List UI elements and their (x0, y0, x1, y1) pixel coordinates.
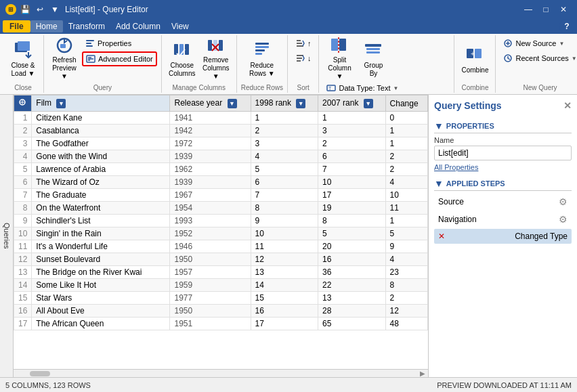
rank2007-cell: 17 (318, 189, 385, 202)
group-by-button[interactable]: GroupBy (357, 37, 389, 80)
new-source-dropdown: ▼ (559, 41, 564, 47)
rank1998-cell: 1 (251, 112, 318, 125)
recent-sources-dropdown: ▼ (572, 56, 577, 62)
release-year-cell: 1977 (170, 292, 251, 305)
svg-rect-23 (255, 53, 262, 55)
refresh-preview-button[interactable]: RefreshPreview ▼ (48, 37, 81, 80)
svg-rect-5 (86, 40, 94, 41)
choose-columns-button[interactable]: ChooseColumns (166, 37, 198, 80)
release-year-cell: 1951 (170, 318, 251, 330)
svg-rect-35 (366, 51, 380, 53)
step-x-icon[interactable]: ✕ (438, 232, 445, 241)
properties-collapse-icon[interactable]: ▼ (434, 121, 444, 131)
sort-desc-label: ↓ (307, 54, 312, 62)
change-cell: 23 (385, 266, 427, 279)
row-num-cell: 4 (14, 150, 32, 163)
query-settings-title: Query Settings ✕ (434, 100, 572, 111)
close-button[interactable]: ✕ (555, 3, 572, 16)
menu-file[interactable]: File (3, 20, 30, 32)
maximize-button[interactable]: □ (538, 3, 554, 16)
svg-rect-1 (18, 41, 30, 51)
table-row: 13 The Bridge on the River Kwai 1957 13 … (14, 266, 428, 279)
th-change[interactable]: Change (385, 95, 427, 112)
status-preview-time: PREVIEW DOWNLOADED AT 11:11 AM (437, 381, 572, 389)
h-scrollbar[interactable]: ▶ (14, 369, 428, 377)
title-bar: ⊞ 💾 ↩ ▼ List[edit] - Query Editor — □ ✕ (0, 0, 577, 19)
table-row: 5 Lawrence of Arabia 1962 5 7 2 (14, 163, 428, 176)
combine-button[interactable]: + Combine (458, 37, 491, 80)
menu-add-column[interactable]: Add Column (110, 20, 166, 32)
data-table: Film ▼ Release year ▼ 1998 rank ▼ 2007 (14, 95, 428, 330)
recent-sources-button[interactable]: Recent Sources ▼ (500, 51, 577, 65)
menu-transform[interactable]: Transform (63, 20, 110, 32)
minimize-button[interactable]: — (520, 3, 536, 16)
table-row: 14 Some Like It Hot 1959 14 22 8 (14, 279, 428, 292)
rank1998-cell: 5 (251, 163, 318, 176)
ribbon-group-combine: + Combine Combine (454, 35, 496, 93)
applied-step-navigation[interactable]: Navigation⚙ (434, 211, 572, 227)
name-input[interactable] (434, 146, 572, 160)
all-properties-link[interactable]: All Properties (434, 163, 572, 171)
undo-quick-btn[interactable]: ↩ (34, 3, 46, 16)
row-num-cell: 2 (14, 125, 32, 137)
qs-close-button[interactable]: ✕ (563, 100, 572, 111)
table-scroll[interactable]: Film ▼ Release year ▼ 1998 rank ▼ 2007 (14, 95, 428, 369)
film-filter-icon[interactable]: ▼ (56, 99, 66, 108)
split-column-button[interactable]: SplitColumn ▼ (323, 37, 356, 80)
rank2007-filter-icon[interactable]: ▼ (364, 99, 373, 108)
table-row: 8 On the Waterfront 1954 8 19 11 (14, 202, 428, 215)
applied-steps-collapse-icon[interactable]: ▼ (434, 178, 444, 189)
scroll-right-btn[interactable]: ▶ (420, 370, 425, 377)
sort-buttons: ↑ ↓ (292, 37, 315, 65)
window-controls: — □ ✕ (520, 3, 572, 16)
menu-bar: File Home Transform Add Column View ? (0, 19, 577, 34)
menu-home[interactable]: Home (30, 20, 63, 32)
save-quick-btn[interactable]: 💾 (19, 3, 31, 16)
combine-group-label: Combine (461, 84, 488, 91)
release-year-cell: 1952 (170, 227, 251, 240)
table-row: 17 The African Queen 1951 17 65 48 (14, 318, 428, 330)
rank2007-cell: 7 (318, 163, 385, 176)
close-load-button[interactable]: Close &Load ▼ (7, 37, 39, 80)
sort-desc-icon (295, 53, 305, 63)
change-cell: 4 (385, 176, 427, 189)
data-type-button[interactable]: T Data Type: Text ▼ (323, 81, 437, 95)
remove-columns-button[interactable]: RemoveColumns ▼ (200, 37, 232, 80)
advanced-editor-button[interactable]: Advanced Editor (82, 51, 157, 66)
sort-desc-button[interactable]: ↓ (292, 51, 315, 65)
menu-view[interactable]: View (166, 20, 194, 32)
new-source-button[interactable]: New Source ▼ (500, 37, 577, 50)
quick-access-dropdown[interactable]: ▼ (49, 3, 61, 16)
properties-header-label: PROPERTIES (446, 122, 494, 130)
film-cell: The African Queen (32, 318, 170, 330)
close-group-label: Close (14, 84, 32, 91)
app-icon: ⊞ (5, 4, 16, 15)
rank1998-filter-icon[interactable]: ▼ (296, 99, 305, 108)
applied-step-source[interactable]: Source⚙ (434, 194, 572, 210)
th-1998-rank[interactable]: 1998 rank ▼ (251, 95, 318, 112)
sort-asc-button[interactable]: ↑ (292, 37, 315, 50)
th-release-year[interactable]: Release year ▼ (170, 95, 251, 112)
sort-asc-label: ↑ (307, 39, 312, 47)
data-type-icon: T (326, 83, 336, 93)
svg-rect-34 (366, 48, 380, 50)
rank2007-cell: 36 (318, 266, 385, 279)
th-film[interactable]: Film ▼ (32, 95, 170, 112)
film-cell: The Graduate (32, 189, 170, 202)
release-year-filter-icon[interactable]: ▼ (228, 99, 237, 108)
h-scrollbar-thumb[interactable] (30, 371, 50, 376)
rank1998-cell: 11 (251, 240, 318, 253)
rank2007-cell: 10 (318, 176, 385, 189)
help-button[interactable]: ? (559, 19, 574, 34)
queries-sidebar[interactable]: Queries (0, 95, 14, 377)
rank2007-cell: 65 (318, 318, 385, 330)
step-gear-icon[interactable]: ⚙ (559, 196, 568, 207)
change-cell: 4 (385, 253, 427, 266)
step-gear-icon[interactable]: ⚙ (559, 214, 568, 225)
reduce-rows-button[interactable]: ReduceRows ▼ (246, 37, 278, 80)
properties-button[interactable]: Properties (82, 37, 157, 50)
applied-step-changed-type[interactable]: ✕Changed Type (434, 229, 572, 244)
th-2007-rank[interactable]: 2007 rank ▼ (318, 95, 385, 112)
main-area: Queries Film (0, 95, 577, 377)
svg-rect-17 (219, 40, 223, 51)
